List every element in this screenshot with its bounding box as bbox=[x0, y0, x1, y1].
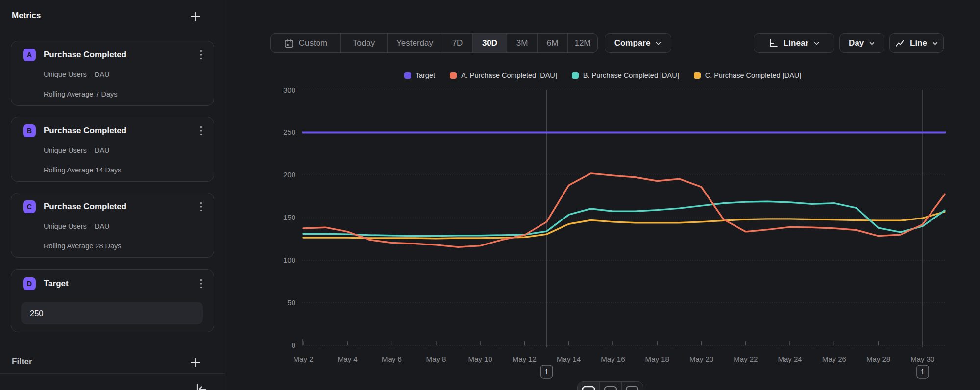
metric-measure: Unique Users – DAU bbox=[44, 71, 110, 78]
svg-text:250: 250 bbox=[283, 128, 295, 136]
svg-text:May 24: May 24 bbox=[778, 355, 802, 363]
target-card[interactable]: D Target bbox=[11, 269, 214, 332]
svg-text:150: 150 bbox=[283, 213, 295, 221]
metric-card-b[interactable]: B Purchase Completed Unique Users – DAU … bbox=[11, 117, 214, 182]
kebab-menu-icon bbox=[200, 202, 202, 212]
metric-measure: Unique Users – DAU bbox=[44, 146, 110, 154]
view-chart-button[interactable] bbox=[578, 382, 599, 390]
legend-swatch bbox=[450, 72, 457, 79]
metric-card-a[interactable]: A Purchase Completed Unique Users – DAU … bbox=[11, 41, 214, 106]
metric-title: Purchase Completed bbox=[44, 126, 126, 136]
metric-transform: Rolling Average 28 Days bbox=[44, 242, 122, 250]
range-label: Custom bbox=[299, 38, 328, 48]
metric-card-c[interactable]: C Purchase Completed Unique Users – DAU … bbox=[11, 193, 214, 258]
kebab-menu-icon bbox=[200, 50, 202, 60]
range-label: 30D bbox=[482, 38, 497, 48]
metrics-sidebar: Metrics A Purchase Completed Unique User… bbox=[0, 0, 225, 390]
filter-section-title: Filter bbox=[12, 357, 32, 366]
chevron-down-icon bbox=[655, 40, 662, 47]
legend-label: C. Purchase Completed [DAU] bbox=[705, 72, 802, 79]
split-panel-icon bbox=[604, 386, 617, 390]
collapse-sidebar-button[interactable] bbox=[194, 382, 208, 390]
range-today[interactable]: Today bbox=[340, 34, 387, 52]
metric-badge: A bbox=[23, 49, 36, 61]
metric-menu-button[interactable] bbox=[196, 201, 206, 213]
legend-item-c[interactable]: C. Purchase Completed [DAU] bbox=[694, 72, 802, 79]
legend-swatch bbox=[404, 72, 411, 79]
range-label: 7D bbox=[452, 38, 463, 48]
kebab-menu-icon bbox=[200, 279, 202, 289]
range-yesterday[interactable]: Yesterday bbox=[387, 34, 442, 52]
interval-label: Day bbox=[849, 38, 864, 48]
axis-scale-icon bbox=[768, 38, 779, 49]
legend-label: Target bbox=[416, 72, 435, 79]
metric-card-header: B Purchase Completed bbox=[23, 124, 126, 137]
add-metric-button[interactable] bbox=[189, 10, 202, 23]
compare-label: Compare bbox=[614, 38, 651, 48]
range-6m[interactable]: 6M bbox=[537, 34, 567, 52]
metric-menu-button[interactable] bbox=[196, 125, 206, 137]
svg-text:May 18: May 18 bbox=[645, 355, 669, 363]
range-12m[interactable]: 12M bbox=[567, 34, 597, 52]
svg-text:0: 0 bbox=[292, 341, 295, 349]
add-filter-button[interactable] bbox=[189, 356, 202, 369]
sidebar-divider bbox=[0, 373, 225, 374]
target-title: Target bbox=[44, 279, 69, 289]
svg-text:May 16: May 16 bbox=[601, 355, 625, 363]
metric-title: Purchase Completed bbox=[44, 50, 126, 60]
svg-text:May 8: May 8 bbox=[426, 355, 446, 363]
range-label: 3M bbox=[516, 38, 528, 48]
plus-icon bbox=[189, 10, 202, 23]
target-card-header: D Target bbox=[23, 277, 69, 290]
chart-view-toggle bbox=[577, 381, 643, 390]
metric-menu-button[interactable] bbox=[196, 49, 206, 61]
analytics-dashboard: Metrics A Purchase Completed Unique User… bbox=[0, 0, 980, 390]
svg-text:May 10: May 10 bbox=[468, 355, 492, 363]
chevron-down-icon bbox=[932, 40, 938, 47]
range-label: Today bbox=[353, 38, 375, 48]
kebab-menu-icon bbox=[200, 126, 202, 136]
svg-text:100: 100 bbox=[283, 256, 295, 264]
range-label: 12M bbox=[574, 38, 590, 48]
calendar-icon bbox=[284, 38, 294, 49]
scale-label: Linear bbox=[784, 38, 808, 48]
svg-text:1: 1 bbox=[544, 368, 548, 376]
metric-transform: Rolling Average 14 Days bbox=[44, 166, 122, 174]
range-custom[interactable]: Custom bbox=[271, 34, 340, 52]
view-split-button[interactable] bbox=[599, 382, 621, 390]
metric-title: Purchase Completed bbox=[44, 202, 126, 212]
svg-text:May 12: May 12 bbox=[513, 355, 537, 363]
target-value-input[interactable] bbox=[21, 302, 203, 324]
metric-measure: Unique Users – DAU bbox=[44, 222, 110, 230]
svg-text:May 22: May 22 bbox=[734, 355, 758, 363]
metric-badge: C bbox=[23, 200, 36, 213]
target-menu-button[interactable] bbox=[196, 278, 206, 290]
legend-item-target[interactable]: Target bbox=[404, 72, 435, 79]
legend-item-b[interactable]: B. Purchase Completed [DAU] bbox=[572, 72, 679, 79]
svg-text:200: 200 bbox=[283, 171, 295, 179]
chevron-down-icon bbox=[813, 40, 820, 47]
interval-selector-button[interactable]: Day bbox=[839, 33, 884, 53]
range-7d[interactable]: 7D bbox=[442, 34, 472, 52]
view-table-button[interactable] bbox=[621, 382, 643, 390]
range-label: Yesterday bbox=[396, 38, 433, 48]
svg-text:May 20: May 20 bbox=[689, 355, 713, 363]
range-3m[interactable]: 3M bbox=[507, 34, 537, 52]
scale-selector-button[interactable]: Linear bbox=[754, 33, 834, 53]
svg-text:1: 1 bbox=[921, 368, 925, 376]
legend-label: A. Purchase Completed [DAU] bbox=[461, 72, 557, 79]
date-range-control: Custom Today Yesterday 7D 30D 3M 6M 12M bbox=[270, 33, 598, 53]
collapse-sidebar-icon bbox=[194, 382, 208, 390]
legend-item-a[interactable]: A. Purchase Completed [DAU] bbox=[450, 72, 557, 79]
line-chart-icon bbox=[895, 38, 905, 49]
svg-text:May 30: May 30 bbox=[910, 355, 934, 363]
svg-text:May 14: May 14 bbox=[557, 355, 581, 363]
sidebar-title: Metrics bbox=[12, 11, 41, 21]
compare-button[interactable]: Compare bbox=[605, 33, 671, 53]
svg-text:May 2: May 2 bbox=[294, 355, 314, 363]
range-30d-active[interactable]: 30D bbox=[472, 34, 507, 52]
chart-type-selector-button[interactable]: Line bbox=[889, 33, 944, 53]
svg-text:May 28: May 28 bbox=[866, 355, 890, 363]
metric-badge: D bbox=[23, 277, 36, 290]
chart-legend: Target A. Purchase Completed [DAU] B. Pu… bbox=[225, 72, 980, 79]
